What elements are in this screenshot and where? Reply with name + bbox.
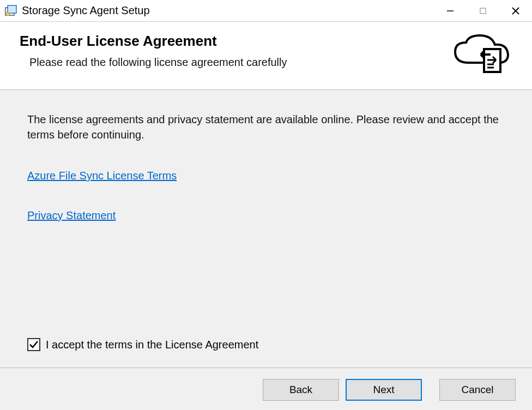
accept-row: I accept the terms in the License Agreem…: [27, 338, 258, 351]
svg-point-2: [6, 13, 9, 16]
cloud-sync-icon: [452, 33, 512, 76]
accept-checkbox[interactable]: [27, 338, 40, 351]
privacy-statement-link[interactable]: Privacy Statement: [27, 209, 116, 222]
next-button[interactable]: Next: [346, 379, 422, 401]
titlebar: Storage Sync Agent Setup: [0, 0, 532, 22]
page-subtitle: Please read the following license agreem…: [20, 56, 287, 69]
header: End-User License Agreement Please read t…: [0, 22, 532, 90]
back-button[interactable]: Back: [263, 379, 339, 401]
cancel-button[interactable]: Cancel: [439, 379, 516, 401]
page-title: End-User License Agreement: [20, 33, 287, 50]
intro-text: The license agreements and privacy state…: [27, 112, 505, 142]
accept-label: I accept the terms in the License Agreem…: [46, 339, 258, 351]
maximize-button[interactable]: [467, 0, 499, 22]
close-button[interactable]: [499, 0, 532, 22]
installer-icon: [4, 4, 17, 17]
license-terms-link[interactable]: Azure File Sync License Terms: [27, 170, 177, 182]
svg-rect-4: [480, 8, 486, 14]
footer: Back Next Cancel: [0, 368, 532, 410]
window-title: Storage Sync Agent Setup: [22, 4, 150, 17]
content-area: The license agreements and privacy state…: [0, 90, 532, 368]
minimize-button[interactable]: [434, 0, 467, 22]
svg-rect-1: [8, 5, 16, 13]
